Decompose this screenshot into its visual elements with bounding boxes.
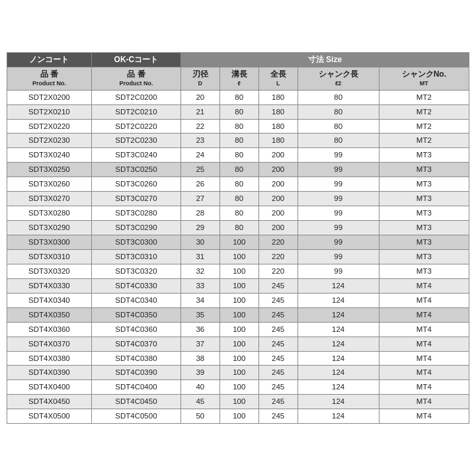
col-l-label: 溝長 ℓ <box>219 67 258 90</box>
table-row: SDT3X0280SDT3C0280288020099MT3 <box>7 206 469 221</box>
l-cell: 80 <box>219 90 258 104</box>
product-table: ノンコート OK-Cコート 寸法 Size 品 番 Product No. 品 … <box>7 52 469 424</box>
l2-cell: 99 <box>298 192 379 206</box>
noncoat-cell: SDT2X0230 <box>7 134 92 148</box>
d-cell: 35 <box>180 307 219 322</box>
okc-cell: SDT4C0370 <box>91 337 180 351</box>
table-row: SDT3X0250SDT3C0250258020099MT3 <box>7 163 469 177</box>
table-row: SDT4X0390SDT4C039039100245124MT4 <box>7 366 469 380</box>
l2-cell: 124 <box>298 351 379 366</box>
table-row: SDT3X0260SDT3C0260268020099MT3 <box>7 177 469 192</box>
table-row: SDT4X0370SDT4C037037100245124MT4 <box>7 337 469 351</box>
d-cell: 37 <box>180 337 219 351</box>
noncoat-cell: SDT2X0220 <box>7 119 92 134</box>
okc-cell: SDT3C0320 <box>91 264 180 278</box>
L-cell: 245 <box>258 380 298 395</box>
table-row: SDT2X0200SDT2C0200208018080MT2 <box>7 90 469 104</box>
table-row: SDT4X0450SDT4C045045100245124MT4 <box>7 395 469 409</box>
table-row: SDT4X0330SDT4C033033100245124MT4 <box>7 278 469 293</box>
noncoat-cell: SDT3X0320 <box>7 264 92 278</box>
col-okc-label: 品 番 Product No. <box>91 67 180 90</box>
l-cell: 100 <box>219 322 258 337</box>
noncoat-cell: SDT3X0300 <box>7 235 92 250</box>
d-cell: 38 <box>180 351 219 366</box>
l2-cell: 124 <box>298 380 379 395</box>
mt-cell: MT4 <box>379 293 469 307</box>
l-cell: 80 <box>219 206 258 221</box>
okc-cell: SDT3C0280 <box>91 206 180 221</box>
mt-cell: MT3 <box>379 163 469 177</box>
L-cell: 245 <box>258 366 298 380</box>
L-cell: 180 <box>258 134 298 148</box>
mt-cell: MT2 <box>379 119 469 134</box>
col-d-label: 刃径 D <box>180 67 219 90</box>
table-row: SDT4X0350SDT4C035035100245124MT4 <box>7 307 469 322</box>
table-row: SDT4X0400SDT4C040040100245124MT4 <box>7 380 469 395</box>
l2-cell: 124 <box>298 307 379 322</box>
okc-cell: SDT2C0220 <box>91 119 180 134</box>
l-cell: 80 <box>219 163 258 177</box>
header-top-row: ノンコート OK-Cコート 寸法 Size <box>7 52 469 67</box>
d-cell: 20 <box>180 90 219 104</box>
okc-cell: SDT4C0330 <box>91 278 180 293</box>
l-cell: 100 <box>219 249 258 264</box>
l-cell: 80 <box>219 221 258 235</box>
table-row: SDT2X0210SDT2C0210218018080MT2 <box>7 104 469 119</box>
d-cell: 31 <box>180 249 219 264</box>
l-cell: 100 <box>219 278 258 293</box>
table-row: SDT3X0240SDT3C0240248020099MT3 <box>7 148 469 163</box>
l2-cell: 99 <box>298 264 379 278</box>
mt-cell: MT2 <box>379 90 469 104</box>
size-header: 寸法 Size <box>180 52 469 67</box>
L-cell: 245 <box>258 337 298 351</box>
l-cell: 80 <box>219 134 258 148</box>
d-cell: 25 <box>180 163 219 177</box>
noncoat-cell: SDT4X0350 <box>7 307 92 322</box>
d-cell: 30 <box>180 235 219 250</box>
header-sub-row: 品 番 Product No. 品 番 Product No. 刃径 D 溝長 … <box>7 67 469 90</box>
L-cell: 200 <box>258 206 298 221</box>
mt-cell: MT3 <box>379 206 469 221</box>
noncoat-header: ノンコート <box>7 52 92 67</box>
L-cell: 245 <box>258 409 298 424</box>
noncoat-cell: SDT4X0390 <box>7 366 92 380</box>
l-cell: 100 <box>219 351 258 366</box>
mt-cell: MT3 <box>379 235 469 250</box>
mt-cell: MT4 <box>379 337 469 351</box>
col-mt-label: シャンクNo. MT <box>379 67 469 90</box>
table-body: SDT2X0200SDT2C0200208018080MT2SDT2X0210S… <box>7 90 469 424</box>
product-table-container: ノンコート OK-Cコート 寸法 Size 品 番 Product No. 品 … <box>7 52 469 424</box>
L-cell: 245 <box>258 293 298 307</box>
l-cell: 80 <box>219 148 258 163</box>
l2-cell: 124 <box>298 293 379 307</box>
okc-cell: SDT2C0210 <box>91 104 180 119</box>
d-cell: 24 <box>180 148 219 163</box>
table-row: SDT4X0340SDT4C034034100245124MT4 <box>7 293 469 307</box>
mt-cell: MT3 <box>379 177 469 192</box>
L-cell: 220 <box>258 235 298 250</box>
okc-cell: SDT3C0310 <box>91 249 180 264</box>
okc-cell: SDT4C0400 <box>91 380 180 395</box>
table-row: SDT2X0220SDT2C0220228018080MT2 <box>7 119 469 134</box>
okc-cell: SDT3C0250 <box>91 163 180 177</box>
table-row: SDT3X0270SDT3C0270278020099MT3 <box>7 192 469 206</box>
mt-cell: MT4 <box>379 380 469 395</box>
mt-cell: MT4 <box>379 351 469 366</box>
L-cell: 180 <box>258 119 298 134</box>
okc-cell: SDT3C0300 <box>91 235 180 250</box>
l2-cell: 124 <box>298 395 379 409</box>
l2-cell: 124 <box>298 278 379 293</box>
l2-cell: 99 <box>298 249 379 264</box>
L-cell: 245 <box>258 395 298 409</box>
mt-cell: MT4 <box>379 307 469 322</box>
mt-cell: MT3 <box>379 264 469 278</box>
l2-cell: 124 <box>298 322 379 337</box>
mt-cell: MT3 <box>379 148 469 163</box>
d-cell: 28 <box>180 206 219 221</box>
L-cell: 245 <box>258 307 298 322</box>
d-cell: 36 <box>180 322 219 337</box>
okc-cell: SDT3C0290 <box>91 221 180 235</box>
table-row: SDT4X0360SDT4C036036100245124MT4 <box>7 322 469 337</box>
d-cell: 26 <box>180 177 219 192</box>
okc-cell: SDT4C0380 <box>91 351 180 366</box>
